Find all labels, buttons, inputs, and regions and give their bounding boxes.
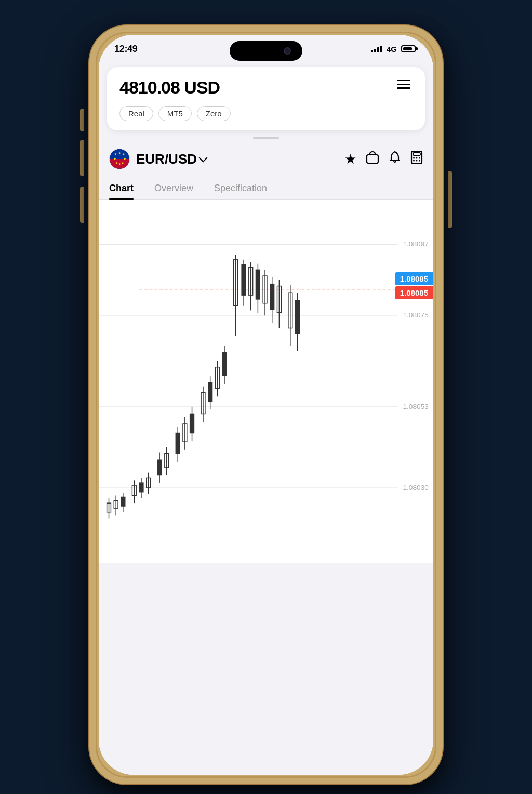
platform-tag[interactable]: MT5: [158, 106, 192, 121]
trade-button[interactable]: [366, 151, 379, 167]
battery-icon: [401, 45, 418, 52]
signal-type: 4G: [387, 45, 397, 54]
status-bar: 12:49 4G: [99, 35, 433, 63]
status-right: 4G: [371, 45, 418, 54]
signal-bar-3: [377, 47, 379, 52]
instrument-header: ★ ★ ★ ★ ★ ★ ★ ★: [99, 147, 433, 178]
svg-rect-32: [121, 497, 125, 506]
signal-bar-4: [380, 46, 382, 52]
candlestick-chart: 1.08097 1.08075 1.08053 1.08030: [99, 200, 433, 563]
svg-point-13: [416, 157, 418, 159]
tab-overview[interactable]: Overview: [154, 178, 193, 199]
svg-point-15: [413, 160, 415, 162]
svg-text:★: ★: [115, 161, 118, 165]
battery-fill: [403, 47, 412, 50]
tab-specification[interactable]: Specification: [214, 178, 267, 199]
svg-rect-44: [176, 433, 180, 454]
instrument-left: ★ ★ ★ ★ ★ ★ ★ ★: [109, 149, 206, 169]
instrument-dropdown-icon: [199, 154, 208, 163]
chart-area[interactable]: 1.08097 1.08075 1.08053 1.08030: [99, 200, 433, 563]
tabs: Chart Overview Specification: [99, 178, 433, 200]
svg-rect-9: [367, 155, 378, 163]
hamburger-line-2: [397, 84, 410, 85]
hamburger-menu-button[interactable]: [395, 77, 413, 91]
watchlist-star-button[interactable]: ★: [344, 151, 356, 167]
svg-point-17: [419, 160, 420, 162]
svg-rect-40: [157, 460, 162, 475]
ask-price-badge: 1.08085: [395, 286, 433, 299]
hamburger-line-1: [397, 80, 410, 81]
status-time: 12:49: [114, 44, 138, 55]
instrument-name: EUR/USD: [136, 151, 197, 167]
price-badges: 1.08085 1.08085: [395, 272, 433, 299]
balance-amount: 4810.08 USD: [119, 77, 220, 98]
account-variant-tag[interactable]: Zero: [197, 106, 231, 121]
header-card: 4810.08 USD Real MT5 Zero: [107, 67, 425, 130]
svg-text:★: ★: [121, 161, 124, 165]
svg-rect-48: [190, 414, 194, 433]
mute-button[interactable]: [80, 109, 84, 131]
account-type-tag[interactable]: Real: [119, 106, 153, 121]
signal-bars-icon: [371, 45, 382, 52]
svg-text:★: ★: [122, 152, 125, 156]
svg-text:★: ★: [113, 157, 116, 161]
power-button[interactable]: [448, 171, 452, 228]
svg-rect-74: [296, 300, 300, 333]
alert-bell-button[interactable]: [389, 151, 401, 167]
volume-up-button[interactable]: [80, 140, 84, 176]
svg-text:★: ★: [118, 162, 121, 166]
phone-inner: 12:49 4G: [99, 35, 433, 775]
svg-text:★: ★: [123, 157, 126, 161]
header-top: 4810.08 USD: [119, 77, 413, 98]
drag-handle: [253, 137, 279, 139]
instrument-name-wrapper[interactable]: EUR/USD: [136, 151, 206, 167]
svg-text:★: ★: [114, 152, 117, 156]
svg-rect-68: [270, 284, 274, 310]
camera-dot: [284, 47, 291, 55]
instrument-actions: ★: [344, 151, 423, 167]
account-tags: Real MT5 Zero: [119, 106, 413, 121]
svg-rect-52: [208, 382, 212, 402]
battery-tip: [416, 47, 418, 50]
tab-chart[interactable]: Chart: [109, 178, 134, 199]
signal-bar-1: [371, 50, 373, 52]
svg-text:1.08030: 1.08030: [403, 484, 429, 492]
svg-text:★: ★: [118, 151, 121, 155]
signal-bar-2: [374, 49, 376, 52]
battery-body: [401, 45, 416, 52]
phone-frame: 12:49 4G: [89, 25, 443, 784]
svg-text:1.08075: 1.08075: [403, 311, 429, 319]
svg-point-16: [416, 160, 418, 162]
svg-rect-36: [139, 483, 143, 492]
hamburger-line-3: [397, 87, 410, 89]
svg-point-12: [413, 157, 415, 159]
svg-rect-60: [242, 265, 246, 296]
calculator-button[interactable]: [410, 151, 423, 167]
phone-wrapper: 12:49 4G: [89, 25, 443, 784]
svg-rect-56: [222, 352, 227, 376]
screen: 12:49 4G: [99, 35, 433, 775]
svg-rect-64: [256, 270, 260, 299]
svg-text:1.08097: 1.08097: [403, 240, 428, 248]
bid-price-badge: 1.08085: [395, 272, 433, 285]
dynamic-island: [230, 41, 302, 61]
instrument-flag-icon: ★ ★ ★ ★ ★ ★ ★ ★: [109, 149, 130, 169]
volume-down-button[interactable]: [80, 187, 84, 223]
svg-rect-11: [413, 153, 420, 155]
svg-text:1.08053: 1.08053: [403, 403, 428, 411]
svg-point-14: [419, 157, 420, 159]
